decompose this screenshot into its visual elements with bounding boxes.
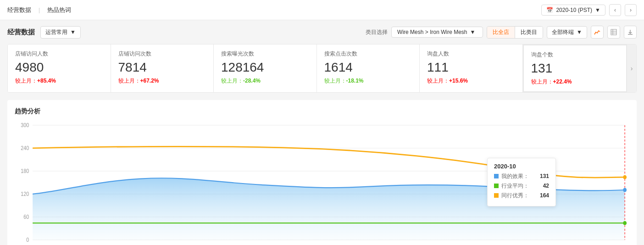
- top-nav: 经营数据 | 热品热词: [7, 6, 71, 14]
- category-selector[interactable]: Wire Mesh > Iron Wire Mesh ▼: [391, 27, 483, 38]
- metric-value-2: 128164: [221, 60, 309, 75]
- chart-area: 300 240 180 120 60 0 2020-05 2020-06 202…: [15, 121, 629, 245]
- line-chart-icon: [594, 29, 600, 35]
- metric-label-0: 店铺访问人数: [15, 50, 103, 58]
- metric-change-4: 较上月：+15.6%: [427, 77, 515, 85]
- date-value: 2020-10 (PST): [556, 7, 592, 13]
- svg-text:60: 60: [23, 214, 29, 220]
- download-icon: [627, 29, 633, 35]
- metric-value-1: 7814: [118, 60, 206, 75]
- svg-text:240: 240: [21, 145, 29, 151]
- tooltip-best-label: 同行优秀：: [501, 192, 537, 200]
- terminal-label: 全部终端: [552, 28, 574, 36]
- metric-label-5: 询盘个数: [531, 51, 619, 59]
- svg-text:120: 120: [21, 191, 29, 197]
- chevron-down-icon: ▼: [595, 7, 600, 13]
- trend-section: 趋势分析 300 240 180 120 60 0 2020-05 2020-0: [7, 100, 637, 245]
- metric-change-5: 较上月：+22.4%: [531, 78, 619, 86]
- date-selector[interactable]: 📅 2020-10 (PST) ▼: [541, 5, 605, 16]
- svg-point-26: [623, 221, 627, 225]
- svg-rect-0: [611, 29, 616, 35]
- tooltip-best-dot: [494, 193, 499, 198]
- metrics-row: 店铺访问人数 4980 较上月：+85.4% 店铺访问次数 7814 较上月：+…: [7, 44, 637, 93]
- download-btn[interactable]: [624, 26, 637, 39]
- svg-text:300: 300: [21, 122, 29, 128]
- metric-change-1: 较上月：+67.2%: [118, 77, 206, 85]
- tooltip-row-my: 我的效果： 131: [494, 173, 549, 180]
- svg-text:180: 180: [21, 168, 29, 174]
- tooltip-my-label: 我的效果：: [501, 173, 537, 180]
- chart-view-btn[interactable]: [591, 26, 604, 39]
- metric-label-3: 搜索点击次数: [324, 50, 412, 58]
- metric-label-1: 店铺访问次数: [118, 50, 206, 58]
- compare-btn-group: 比全店 比类目: [487, 26, 543, 39]
- section-header: 经营数据 运营常用 ▼ 类目选择 Wire Mesh > Iron Wire M…: [7, 26, 637, 39]
- tooltip-my-val: 131: [540, 173, 549, 179]
- tooltip-row-best: 同行优秀： 164: [494, 192, 549, 200]
- nav-jingying[interactable]: 经营数据: [7, 6, 31, 14]
- metric-value-3: 1614: [324, 60, 412, 75]
- metric-card-5[interactable]: 询盘个数 131 较上月：+22.4%: [523, 45, 627, 92]
- operation-dropdown[interactable]: 运营常用 ▼: [40, 26, 81, 39]
- terminal-dropdown[interactable]: 全部终端 ▼: [547, 26, 587, 39]
- tooltip-my-dot: [494, 174, 499, 178]
- metric-value-4: 111: [427, 60, 515, 75]
- dropdown-label: 运营常用: [45, 28, 67, 36]
- next-arrow[interactable]: ›: [625, 4, 637, 16]
- category-label: 类目选择: [366, 28, 388, 36]
- main-content: 经营数据 运营常用 ▼ 类目选择 Wire Mesh > Iron Wire M…: [0, 20, 644, 245]
- tooltip-best-val: 164: [540, 192, 549, 199]
- tooltip-row-avg: 行业平均： 42: [494, 182, 549, 190]
- metric-value-0: 4980: [15, 60, 103, 75]
- metric-card-2[interactable]: 搜索曝光次数 128164 较上月：-28.4%: [214, 45, 317, 92]
- metric-card-3[interactable]: 搜索点击次数 1614 较上月：-18.1%: [317, 45, 420, 92]
- metric-card-1[interactable]: 店铺访问次数 7814 较上月：+67.2%: [111, 45, 214, 92]
- metric-change-3: 较上月：-18.1%: [324, 77, 412, 85]
- category-chevron-icon: ▼: [470, 29, 475, 35]
- metric-label-2: 搜索曝光次数: [221, 50, 309, 58]
- top-bar: 经营数据 | 热品热词 📅 2020-10 (PST) ▼ ‹ ›: [0, 0, 644, 20]
- compare-store-btn[interactable]: 比全店: [487, 27, 515, 38]
- svg-point-27: [623, 175, 627, 179]
- metric-change-0: 较上月：+85.4%: [15, 77, 103, 85]
- dropdown-arrow-icon: ▼: [70, 29, 76, 35]
- section-right: 类目选择 Wire Mesh > Iron Wire Mesh ▼ 比全店 比类…: [366, 26, 637, 39]
- calendar-icon: 📅: [546, 7, 553, 13]
- tooltip-avg-label: 行业平均：: [501, 182, 540, 190]
- metric-card-0[interactable]: 店铺访问人数 4980 较上月：+85.4%: [8, 45, 111, 92]
- svg-point-25: [623, 188, 627, 192]
- tooltip-date: 2020-10: [494, 163, 549, 170]
- expand-metrics-btn[interactable]: ›: [627, 45, 636, 92]
- metric-change-2: 较上月：-28.4%: [221, 77, 309, 85]
- metric-value-5: 131: [531, 61, 619, 76]
- prev-arrow[interactable]: ‹: [609, 4, 621, 16]
- table-view-btn[interactable]: [607, 26, 620, 39]
- tooltip-avg-dot: [494, 184, 499, 188]
- compare-category-btn[interactable]: 比类目: [515, 27, 543, 38]
- section-title-group: 经营数据 运营常用 ▼: [7, 26, 81, 39]
- table-icon: [611, 29, 617, 35]
- category-value: Wire Mesh > Iron Wire Mesh: [397, 29, 467, 35]
- section-title: 经营数据: [7, 28, 35, 37]
- tooltip-avg-val: 42: [543, 183, 549, 189]
- nav-divider: |: [39, 7, 40, 13]
- top-bar-right: 📅 2020-10 (PST) ▼ ‹ ›: [541, 4, 637, 16]
- metric-label-4: 询盘人数: [427, 50, 515, 58]
- svg-text:0: 0: [26, 237, 29, 243]
- nav-repin[interactable]: 热品热词: [47, 6, 71, 14]
- chart-tooltip: 2020-10 我的效果： 131 行业平均： 42 同行优秀： 164: [487, 158, 556, 206]
- metric-card-4[interactable]: 询盘人数 111 较上月：+15.6%: [420, 45, 523, 92]
- terminal-chevron-icon: ▼: [577, 29, 582, 35]
- trend-title: 趋势分析: [15, 107, 629, 116]
